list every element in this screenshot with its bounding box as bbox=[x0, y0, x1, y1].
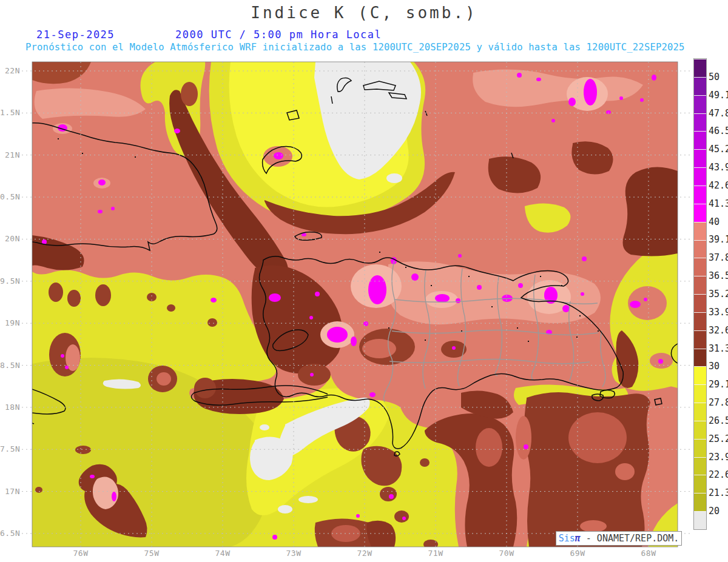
watermark-pi-logo: π bbox=[575, 533, 581, 544]
colorbar-tick-label: 50 bbox=[709, 72, 720, 82]
colorbar-tick-label: 43.9 bbox=[709, 162, 728, 173]
lat-tick-label: 18N bbox=[0, 403, 20, 412]
colorbar-tick-label: 25.2 bbox=[709, 433, 728, 444]
watermark-sis: Sis bbox=[559, 533, 575, 544]
colorbar-tick-label: 47.8 bbox=[709, 108, 728, 119]
colorbar-segment bbox=[694, 384, 706, 403]
lon-tick-label: 68W bbox=[635, 549, 662, 558]
lon-tick-label: 74W bbox=[209, 549, 236, 558]
colorbar-segment bbox=[694, 312, 706, 330]
colorbar-tick-label: 39.1 bbox=[709, 234, 728, 245]
colorbar-segment bbox=[694, 149, 706, 167]
lat-tick-label: 21N bbox=[0, 150, 20, 159]
colorbar-segment bbox=[694, 475, 706, 493]
colorbar-segment bbox=[694, 276, 706, 294]
colorbar bbox=[694, 59, 706, 529]
lat-tick-label: 1.5N bbox=[0, 108, 20, 117]
colorbar-tick-label: 32.6 bbox=[709, 325, 728, 336]
colorbar-segment bbox=[694, 258, 706, 276]
colorbar-tick-label: 22.6 bbox=[709, 469, 728, 480]
colorbar-segment bbox=[694, 204, 706, 222]
colorbar-tick-label: 27.8 bbox=[709, 397, 728, 408]
colorbar-segment bbox=[694, 167, 706, 186]
colorbar-segment bbox=[694, 330, 706, 349]
colorbar-tick-label: 29.1 bbox=[709, 379, 728, 390]
colorbar-tick-label: 36.5 bbox=[709, 270, 728, 281]
lon-tick-label: 75W bbox=[138, 549, 165, 558]
colorbar-segment bbox=[694, 421, 706, 439]
colorbar-segment bbox=[694, 95, 706, 113]
colorbar-tick-label: 49.1 bbox=[709, 90, 728, 101]
colorbar-segment bbox=[694, 222, 706, 240]
lat-tick-label: 20N bbox=[0, 234, 20, 243]
lon-tick-label: 70W bbox=[493, 549, 520, 558]
colorbar-tick-label: 37.8 bbox=[709, 252, 728, 263]
lat-tick-label: 6.5N bbox=[0, 529, 20, 538]
lon-tick-label: 73W bbox=[280, 549, 307, 558]
colorbar-tick-label: 42.6 bbox=[709, 180, 728, 191]
colorbar-tick-label: 31.3 bbox=[709, 343, 728, 354]
lat-tick-label: 9.5N bbox=[0, 276, 20, 286]
colorbar-tick-label: 23.9 bbox=[709, 452, 728, 463]
watermark-badge: Sisπ - ONAMET/REP.DOM. bbox=[556, 531, 682, 546]
lat-tick-label: 17N bbox=[0, 487, 20, 496]
lon-tick-label: 76W bbox=[67, 549, 94, 558]
colorbar-segment bbox=[694, 439, 706, 457]
lat-tick-label: 8.5N bbox=[0, 361, 20, 370]
lon-tick-label: 71W bbox=[422, 549, 449, 558]
watermark-suffix: - ONAMET/REP.DOM. bbox=[581, 533, 679, 544]
colorbar-segment bbox=[694, 186, 706, 204]
colorbar-tick-label: 30 bbox=[709, 361, 720, 372]
colorbar-tick-label: 35.2 bbox=[709, 289, 728, 299]
colorbar-segment bbox=[694, 131, 706, 149]
colorbar-segment bbox=[694, 77, 706, 95]
colorbar-segment bbox=[694, 240, 706, 258]
colorbar-tick-label: 20 bbox=[709, 506, 720, 517]
lat-tick-label: 0.5N bbox=[0, 192, 20, 201]
colorbar-tick-label: 40 bbox=[709, 216, 720, 227]
lon-tick-label: 69W bbox=[564, 549, 591, 558]
map-canvas bbox=[0, 0, 728, 562]
colorbar-segment bbox=[694, 511, 706, 529]
colorbar-tick-label: 26.5 bbox=[709, 415, 728, 426]
colorbar-segment bbox=[694, 493, 706, 511]
colorbar-tick-label: 41.3 bbox=[709, 198, 728, 209]
colorbar-segment bbox=[694, 349, 706, 367]
colorbar-tick-label: 33.9 bbox=[709, 307, 728, 318]
colorbar-segment bbox=[694, 113, 706, 132]
lat-tick-label: 19N bbox=[0, 318, 20, 327]
colorbar-segment bbox=[694, 366, 706, 384]
lat-tick-label: 22N bbox=[0, 66, 20, 75]
colorbar-segment bbox=[694, 59, 706, 77]
colorbar-tick-label: 46.5 bbox=[709, 125, 728, 136]
k-index-forecast-chart: Indice K (C, somb.) 21-Sep-2025 2000 UTC… bbox=[0, 0, 728, 562]
colorbar-tick-label: 45.2 bbox=[709, 144, 728, 155]
lat-tick-label: 7.5N bbox=[0, 444, 20, 453]
colorbar-tick-label: 21.3 bbox=[709, 487, 728, 498]
lon-tick-label: 72W bbox=[351, 549, 378, 558]
colorbar-segment bbox=[694, 294, 706, 312]
colorbar-segment bbox=[694, 403, 706, 421]
colorbar-segment bbox=[694, 457, 706, 475]
